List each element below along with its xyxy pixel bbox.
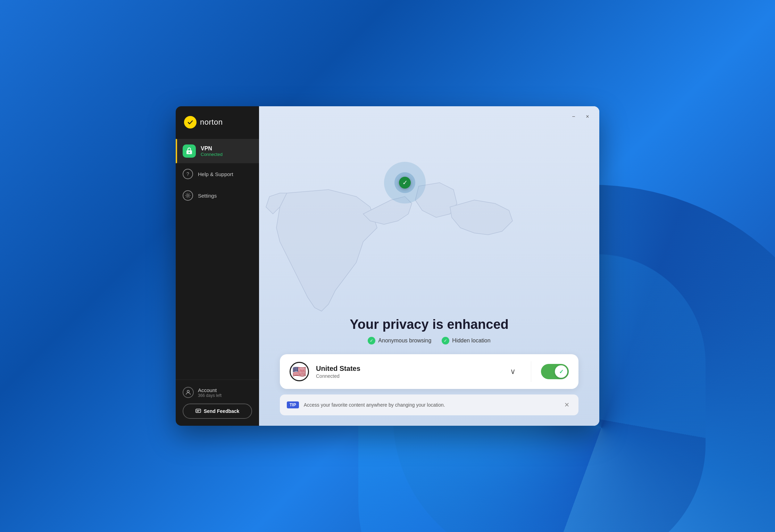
vpn-item-info: VPN Connected — [201, 146, 223, 157]
sidebar-nav: VPN Connected ? Help & Support Settings — [176, 135, 259, 380]
svg-point-4 — [187, 390, 189, 392]
tip-banner: TIP Access your favorite content anywher… — [280, 394, 578, 415]
vpn-location-pulse: ✓ — [384, 162, 426, 203]
country-flag: 🇺🇸 — [290, 362, 309, 381]
settings-label: Settings — [198, 193, 217, 199]
toggle-knob: ✓ — [555, 365, 567, 378]
country-dropdown-button[interactable]: ∨ — [505, 367, 521, 376]
tip-label: TIP — [287, 401, 299, 408]
flag-emoji: 🇺🇸 — [292, 365, 306, 378]
send-feedback-button[interactable]: Send Feedback — [183, 404, 252, 419]
vpn-item-subtitle: Connected — [201, 152, 223, 157]
account-name: Account — [198, 387, 222, 393]
vpn-item-title: VPN — [201, 146, 223, 152]
map-area: ✓ Your privacy is enhanced ✓ Anonymous b… — [259, 106, 599, 426]
close-button[interactable]: × — [583, 112, 592, 122]
country-status: Connected — [316, 373, 498, 379]
anonymous-label: Anonymous browsing — [378, 338, 431, 344]
sidebar-item-help[interactable]: ? Help & Support — [176, 163, 259, 185]
vpn-icon — [183, 144, 196, 158]
privacy-title: Your privacy is enhanced — [350, 317, 509, 332]
help-icon: ? — [183, 169, 193, 179]
account-days: 366 days left — [198, 393, 222, 398]
svg-rect-5 — [196, 409, 201, 413]
app-window: norton VPN Connected ? — [176, 106, 599, 426]
vpn-selector-card: 🇺🇸 United States Connected ∨ ✓ — [280, 354, 578, 389]
anonymous-check-icon: ✓ — [368, 337, 375, 344]
privacy-badges: ✓ Anonymous browsing ✓ Hidden location — [368, 337, 490, 344]
svg-point-2 — [189, 152, 190, 153]
pulse-dot: ✓ — [399, 177, 411, 189]
svg-point-3 — [187, 195, 189, 197]
anonymous-browsing-badge: ✓ Anonymous browsing — [368, 337, 431, 344]
account-icon — [183, 387, 194, 398]
tip-text: Access your favorite content anywhere by… — [304, 402, 557, 408]
hidden-location-badge: ✓ Hidden location — [442, 337, 490, 344]
sidebar-logo: norton — [176, 106, 259, 135]
main-content: − × — [259, 106, 599, 426]
tip-close-button[interactable]: ✕ — [562, 400, 572, 410]
account-info: Account 366 days left — [198, 387, 222, 398]
sidebar-item-settings[interactable]: Settings — [176, 185, 259, 206]
vpn-toggle[interactable]: ✓ — [541, 364, 569, 379]
hidden-check-icon: ✓ — [442, 337, 449, 344]
sidebar-item-vpn[interactable]: VPN Connected — [176, 139, 259, 163]
feedback-label: Send Feedback — [204, 408, 240, 414]
norton-logo-icon — [184, 116, 197, 128]
status-overlay: Your privacy is enhanced ✓ Anonymous bro… — [259, 317, 599, 426]
hidden-label: Hidden location — [452, 338, 490, 344]
account-section: Account 366 days left — [183, 387, 252, 398]
country-name: United States — [316, 365, 498, 373]
minimize-button[interactable]: − — [569, 112, 578, 122]
sidebar-bottom: Account 366 days left Send Feedback — [176, 380, 259, 426]
window-controls: − × — [569, 112, 592, 122]
sidebar: norton VPN Connected ? — [176, 106, 259, 426]
country-info: United States Connected — [316, 365, 498, 379]
norton-logo-text: norton — [200, 118, 223, 127]
vpn-card-divider — [531, 361, 531, 382]
help-label: Help & Support — [198, 171, 233, 177]
settings-icon — [183, 190, 193, 201]
